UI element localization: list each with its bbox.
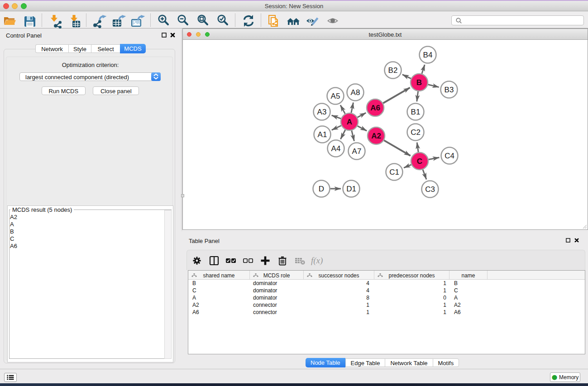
svg-text:A6: A6 [370,104,380,112]
svg-text:A2: A2 [371,132,381,140]
svg-text:A8: A8 [351,88,360,97]
svg-text:C2: C2 [411,128,421,137]
svg-text:A4: A4 [331,144,341,153]
svg-text:A1: A1 [318,130,327,139]
svg-text:C: C [417,157,422,166]
svg-text:A7: A7 [352,147,362,156]
svg-text:C1: C1 [389,168,399,176]
svg-text:C3: C3 [425,185,435,194]
svg-text:B1: B1 [411,108,421,116]
svg-text:A3: A3 [317,108,327,116]
svg-text:C4: C4 [445,152,454,160]
svg-text:A5: A5 [331,92,340,100]
svg-text:B: B [416,78,422,87]
svg-text:f(x): f(x) [311,256,323,266]
svg-text:D1: D1 [346,185,356,193]
svg-text:B4: B4 [423,51,433,59]
svg-text:B3: B3 [445,86,454,94]
svg-text:A: A [347,118,352,126]
svg-text:B2: B2 [388,66,398,75]
svg-text:D: D [319,185,324,193]
